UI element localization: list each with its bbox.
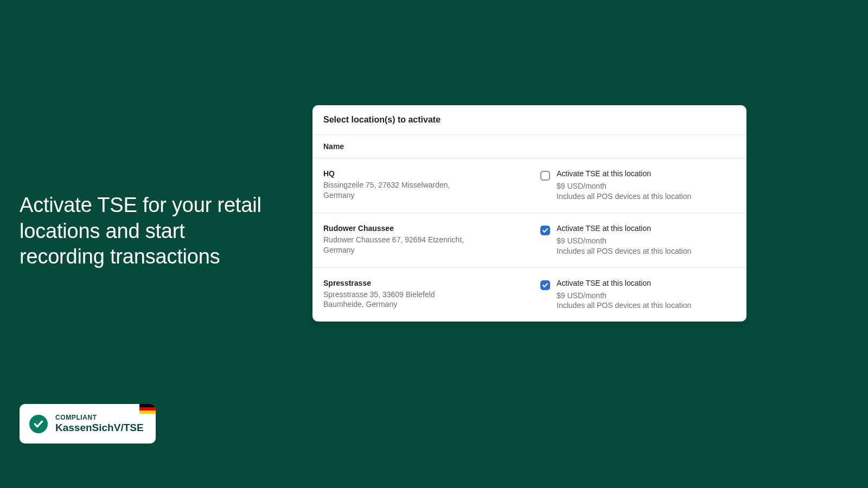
checkmark-circle-icon <box>29 415 48 433</box>
location-row: Spresstrasse Spresstrasse 35, 33609 Biel… <box>312 268 746 322</box>
activate-label: Activate TSE at this location <box>557 279 691 287</box>
location-row: HQ Bissingzeile 75, 27632 Misselwarden, … <box>312 158 746 213</box>
compliance-text: COMPLIANT KassenSichV/TSE <box>55 414 144 434</box>
compliance-title: KassenSichV/TSE <box>55 422 144 434</box>
page-headline: Activate TSE for your retail locations a… <box>20 192 269 270</box>
panel-title: Select location(s) to activate <box>312 105 746 135</box>
location-row: Rudower Chaussee Rudower Chaussee 67, 92… <box>312 213 746 268</box>
activate-label: Activate TSE at this location <box>557 169 691 178</box>
activate-includes: Includes all POS devices at this locatio… <box>557 191 691 202</box>
activate-checkbox[interactable] <box>540 171 550 181</box>
activate-label: Activate TSE at this location <box>557 224 691 233</box>
location-name: HQ <box>323 169 464 178</box>
activate-price: $9 USD/month <box>557 291 691 301</box>
compliance-label: COMPLIANT <box>55 414 144 421</box>
location-address: Bissingzeile 75, 27632 Misselwarden, Ger… <box>323 180 464 201</box>
activate-checkbox[interactable] <box>540 226 550 235</box>
location-name: Spresstrasse <box>323 279 464 287</box>
activate-price: $9 USD/month <box>557 236 691 246</box>
activate-includes: Includes all POS devices at this locatio… <box>557 300 691 311</box>
location-address: Spresstrasse 35, 33609 Bielefeld Baumhei… <box>323 290 464 310</box>
locations-panel: Select location(s) to activate Name HQ B… <box>312 105 746 322</box>
activate-checkbox[interactable] <box>540 280 550 290</box>
location-address: Rudower Chaussee 67, 92694 Etzenricht, G… <box>323 235 464 255</box>
compliance-badge: COMPLIANT KassenSichV/TSE <box>20 404 156 444</box>
germany-flag-icon <box>139 404 156 414</box>
column-header-name: Name <box>312 135 746 158</box>
activate-price: $9 USD/month <box>557 181 691 191</box>
location-name: Rudower Chaussee <box>323 224 464 233</box>
activate-includes: Includes all POS devices at this locatio… <box>557 246 691 256</box>
